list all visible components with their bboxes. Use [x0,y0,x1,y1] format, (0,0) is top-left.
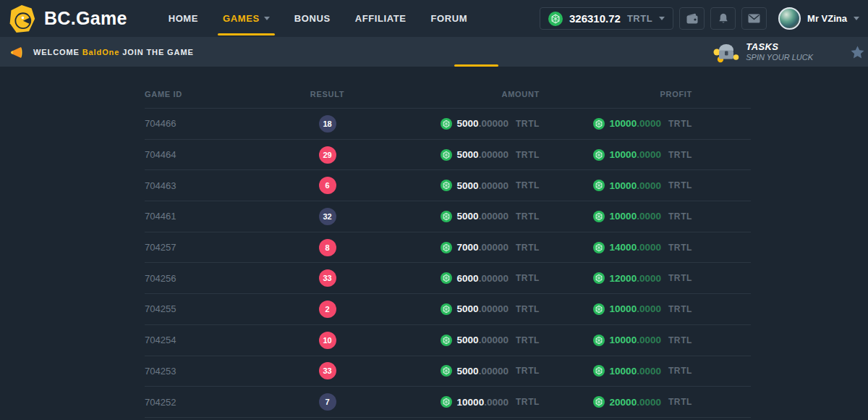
trtl-coin-icon [441,335,452,346]
amount-currency: TRTL [516,366,540,376]
fairness-link-partial[interactable]: F [851,37,868,67]
profit-currency: TRTL [668,150,692,160]
brand-title[interactable]: BC.Game [44,8,127,29]
treasure-chest-icon [713,41,739,63]
bcgame-logo-icon[interactable] [7,4,36,33]
amount-decimals: .00000 [479,366,509,377]
bets-table: GAME ID RESULT AMOUNT PROFIT 704466 18 5… [145,67,751,418]
profit-currency: TRTL [668,397,692,407]
profit-integer: 20000 [610,397,637,408]
user-menu[interactable]: Mr VZina [778,7,859,30]
trtl-coin-icon [548,12,563,26]
game-id-cell: 704255 [145,303,275,314]
profit-decimals: .0000 [637,149,661,160]
table-row[interactable]: 704255 2 5000.00000 TRTL 10000.0000 TRTL [145,293,751,324]
profit-currency: TRTL [668,211,692,222]
profit-decimals: .0000 [637,303,661,314]
profit-integer: 10000 [610,366,637,377]
game-id-cell: 704461 [145,211,275,222]
amount-cell: 10000.0000 TRTL [380,396,557,408]
wallet-button[interactable] [679,7,705,30]
megaphone-icon [9,45,24,59]
avatar [778,7,801,30]
profit-cell: 10000.0000 TRTL [557,365,751,377]
game-id-cell: 704463 [145,180,275,191]
result-cell: 33 [275,362,380,379]
profit-integer: 10000 [610,149,637,160]
trtl-coin-icon [441,211,452,222]
amount-cell: 5000.00000 TRTL [380,211,557,222]
notifications-button[interactable] [710,7,736,30]
table-row[interactable]: 704253 33 5000.00000 TRTL 10000.0000 TRT… [145,356,751,387]
nav-item-affiliate[interactable]: AFFILIATE [343,0,419,37]
amount-decimals: .00000 [479,335,509,345]
profit-currency: TRTL [668,119,692,129]
profit-decimals: .0000 [637,397,661,408]
profit-integer: 12000 [610,273,637,284]
result-badge: 18 [319,115,336,133]
balance-selector[interactable]: 326310.72 TRTL [540,7,673,30]
nav-item-games[interactable]: GAMES [210,0,282,37]
balance-value: 326310.72 [569,12,621,25]
profit-integer: 10000 [610,211,637,222]
profit-cell: 10000.0000 TRTL [557,211,751,222]
result-cell: 8 [275,239,380,256]
profit-integer: 14000 [610,242,637,253]
trtl-coin-icon [593,149,605,161]
result-cell: 7 [275,393,380,411]
nav-item-home[interactable]: HOME [156,0,210,37]
profit-cell: 14000.0000 TRTL [557,242,751,253]
game-id-cell: 704252 [145,397,275,408]
trtl-coin-icon [593,180,605,191]
amount-currency: TRTL [516,304,540,314]
nav-label: GAMES [223,13,260,24]
trtl-coin-icon [441,272,452,284]
table-row[interactable]: 704464 29 5000.00000 TRTL 10000.0000 TRT… [145,139,751,170]
active-nav-underline [218,33,275,35]
trtl-coin-icon [593,272,605,284]
tasks-widget[interactable]: TASKS SPIN YOUR LUCK [713,37,813,67]
balance-currency: TRTL [627,13,652,24]
amount-decimals: .00000 [479,149,509,160]
top-navbar: BC.Game HOME GAMES BONUS AFFILIATE FORUM… [0,0,868,37]
nav-item-bonus[interactable]: BONUS [282,0,343,37]
chevron-down-icon [659,17,665,20]
table-row[interactable]: 704252 7 10000.0000 TRTL 20000.0000 TRTL [145,386,751,417]
trtl-coin-icon [441,242,452,253]
profit-decimals: .0000 [637,211,661,222]
amount-integer: 5000 [457,118,479,129]
table-row[interactable]: 704254 10 5000.00000 TRTL 10000.0000 TRT… [145,324,751,356]
welcome-username: BaldOne [82,48,120,56]
amount-decimals: .00000 [479,118,509,129]
messages-button[interactable] [741,7,767,30]
announcement-text: WELCOME BaldOne JOIN THE GAME [33,48,194,56]
table-row[interactable]: 704256 33 6000.00000 TRTL 12000.0000 TRT… [145,262,751,293]
amount-currency: TRTL [516,273,540,283]
table-body: 704466 18 5000.00000 TRTL 10000.0000 TRT… [145,108,751,418]
trtl-coin-icon [593,365,605,377]
main-nav: HOME GAMES BONUS AFFILIATE FORUM [156,0,480,37]
user-name: Mr VZina [807,13,847,24]
amount-integer: 5000 [457,180,479,191]
profit-integer: 10000 [610,303,637,314]
table-row[interactable]: 704257 8 7000.00000 TRTL 14000.0000 TRTL [145,232,751,263]
wallet-icon [686,13,699,25]
profit-decimals: .0000 [637,335,661,345]
game-id-cell: 704257 [145,242,275,253]
welcome-prefix: WELCOME [33,48,80,56]
table-row[interactable]: 704463 6 5000.00000 TRTL 10000.0000 TRTL [145,169,751,201]
trtl-coin-icon [441,149,452,161]
result-badge: 33 [319,269,336,287]
amount-cell: 6000.00000 TRTL [380,272,557,284]
col-header-result: RESULT [275,90,380,98]
table-row[interactable]: 704466 18 5000.00000 TRTL 10000.0000 TRT… [145,108,751,139]
result-badge: 8 [319,239,336,256]
profit-cell: 10000.0000 TRTL [557,118,751,130]
nav-item-forum[interactable]: FORUM [419,0,480,37]
trtl-coin-icon [593,396,605,408]
table-row[interactable]: 704461 32 5000.00000 TRTL 10000.0000 TRT… [145,201,751,232]
tasks-title: TASKS [746,42,813,53]
col-header-profit: PROFIT [557,90,751,98]
profit-currency: TRTL [668,273,692,283]
profit-currency: TRTL [668,180,692,190]
